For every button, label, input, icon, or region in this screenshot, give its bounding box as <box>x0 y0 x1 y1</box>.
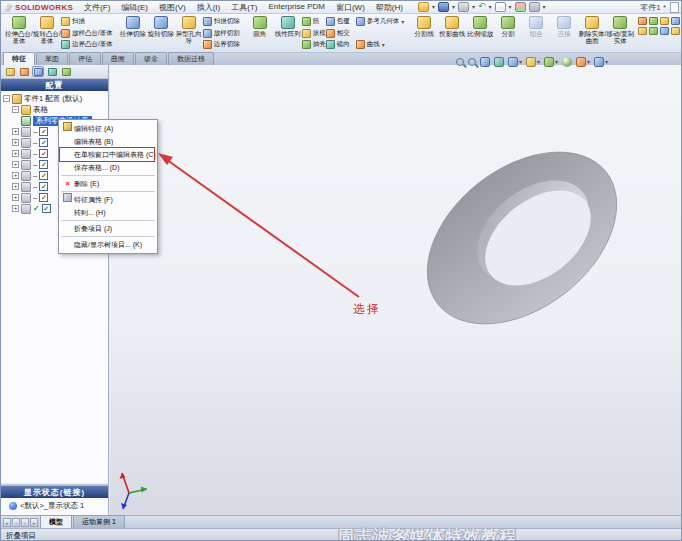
view-settings-icon[interactable] <box>594 57 604 67</box>
washer-model[interactable] <box>110 65 682 515</box>
view-previous-icon[interactable] <box>480 57 490 67</box>
scale-button[interactable]: 比例缩放 <box>466 15 494 51</box>
extruded-boss-button[interactable]: 拉伸凸台/基体 <box>5 15 33 51</box>
config-checkbox-icon[interactable]: ✓ <box>39 182 48 191</box>
curves-caret[interactable]: ▾ <box>382 40 385 50</box>
print-icon[interactable] <box>458 2 469 12</box>
mirror-button[interactable]: 镜向 <box>326 39 350 50</box>
tab-evaluate[interactable]: 评估 <box>69 52 101 65</box>
options-dropdown-caret[interactable]: ▾ <box>543 2 546 12</box>
draft-button[interactable]: 拔模 <box>302 28 326 39</box>
sustainability-icon[interactable] <box>671 27 680 35</box>
view-palette-icon[interactable] <box>671 17 680 25</box>
tab-sheet-metal[interactable]: 钣金 <box>135 52 167 65</box>
menu-insert[interactable]: 插入(I) <box>192 1 226 14</box>
file-explorer-icon[interactable] <box>660 17 669 25</box>
display-state-item[interactable]: <默认>_显示状态 1 <box>1 498 108 511</box>
tab-motion-study[interactable]: 运动算例 1 <box>73 515 125 528</box>
boundary-boss-button[interactable]: 边界凸台/基体 <box>61 39 113 50</box>
design-library-icon[interactable] <box>649 17 658 25</box>
hole-wizard-button[interactable]: 异型孔向导 <box>175 15 203 51</box>
split-line-button[interactable]: 分割线 <box>410 15 438 51</box>
display-style-caret[interactable]: ▾ <box>537 57 540 67</box>
pdm-vault-icon[interactable] <box>649 27 658 35</box>
swept-cut-button[interactable]: 扫描切除 <box>203 16 240 27</box>
hide-show-items-icon[interactable] <box>544 57 554 67</box>
open-icon[interactable] <box>418 2 429 12</box>
undo-dropdown-caret[interactable]: ▾ <box>489 2 492 12</box>
menu-item-edit-feature[interactable]: 编辑特征 (A) <box>59 122 157 135</box>
edit-appearance-icon[interactable] <box>562 57 572 67</box>
revolved-cut-button[interactable]: 旋转切除 <box>147 15 175 51</box>
tree-root-configurations[interactable]: − 零件1 配置 (默认) <box>3 93 108 104</box>
tab-surfaces[interactable]: 曲面 <box>102 52 134 65</box>
options-icon[interactable] <box>529 2 540 12</box>
tab-sketch[interactable]: 草图 <box>36 52 68 65</box>
lofted-boss-button[interactable]: 放样凸台/基体 <box>61 28 113 39</box>
config-checkbox-icon[interactable]: ✓ <box>39 138 48 147</box>
section-view-icon[interactable] <box>494 57 504 67</box>
menu-file[interactable]: 文件(F) <box>79 1 115 14</box>
menu-edit[interactable]: 编辑(E) <box>116 1 153 14</box>
display-manager-icon[interactable] <box>60 66 72 77</box>
save-icon[interactable] <box>438 2 449 12</box>
tab-model[interactable]: 模型 <box>40 515 72 528</box>
menu-item-feature-properties[interactable]: 特征属性 (F) <box>59 193 157 206</box>
save-dropdown-caret[interactable]: ▾ <box>452 2 455 12</box>
wrap-button[interactable]: 包覆 <box>326 16 350 27</box>
tab-scroll-first-icon[interactable]: « <box>3 518 11 527</box>
config-checkbox-icon[interactable]: ✓ <box>39 193 48 202</box>
rib-button[interactable]: 筋 <box>302 16 326 27</box>
collapse-icon[interactable]: − <box>12 106 19 113</box>
menu-window[interactable]: 窗口(W) <box>331 1 370 14</box>
view-settings-caret[interactable]: ▾ <box>605 57 608 67</box>
revolved-boss-button[interactable]: 旋转凸台/基体 <box>33 15 61 51</box>
apply-scene-caret[interactable]: ▾ <box>587 57 590 67</box>
tab-scroll-next-icon[interactable]: › <box>21 518 29 527</box>
tab-features[interactable]: 特征 <box>3 52 35 65</box>
extruded-cut-button[interactable]: 拉伸切除 <box>119 15 147 51</box>
intersect-button[interactable]: 相交 <box>326 28 350 39</box>
rebuild-icon[interactable] <box>515 2 526 12</box>
menu-item-go-to[interactable]: 转到... (H) <box>59 206 157 219</box>
swept-boss-button[interactable]: 扫描 <box>61 16 113 27</box>
menu-enterprise-pdm[interactable]: Enterprise PDM <box>263 1 329 14</box>
feature-manager-icon[interactable] <box>4 66 16 77</box>
collapse-icon[interactable]: − <box>3 95 10 102</box>
project-curve-button[interactable]: 投影曲线 <box>438 15 466 51</box>
custom-properties-icon[interactable] <box>638 27 647 35</box>
display-style-icon[interactable] <box>526 57 536 67</box>
tab-scroll-last-icon[interactable]: » <box>30 518 38 527</box>
graphics-viewport[interactable] <box>110 65 682 515</box>
config-checkbox-icon[interactable]: ✓ <box>39 127 48 136</box>
tree-tables-folder[interactable]: − 表格 <box>3 104 108 115</box>
undo-icon[interactable]: ↶ <box>478 2 486 12</box>
resources-icon[interactable] <box>638 17 647 25</box>
select-dropdown-caret[interactable]: ▾ <box>509 2 512 12</box>
tab-scroll-prev-icon[interactable]: ‹ <box>12 518 20 527</box>
tab-data-migration[interactable]: 数据迁移 <box>168 52 214 65</box>
menu-item-delete[interactable]: ×删除 (E) <box>59 177 157 190</box>
menu-tools[interactable]: 工具(T) <box>226 1 262 14</box>
lofted-cut-button[interactable]: 放样切割 <box>203 28 240 39</box>
config-checkbox-icon[interactable]: ✓ <box>42 204 51 213</box>
menu-view[interactable]: 视图(V) <box>154 1 191 14</box>
configuration-manager-icon[interactable] <box>32 66 44 77</box>
hide-show-items-caret[interactable]: ▾ <box>555 57 558 67</box>
new-document-icon[interactable] <box>670 2 679 13</box>
menu-item-hide-show-tree-items[interactable]: 隐藏/显示树项目... (K) <box>59 238 157 251</box>
zoom-to-fit-icon[interactable] <box>456 58 464 66</box>
reference-geometry-caret[interactable]: ▾ <box>401 17 404 27</box>
boundary-cut-button[interactable]: 边界切除 <box>203 39 240 50</box>
curves-button[interactable]: 曲线▾ <box>356 39 405 50</box>
move-copy-body-button[interactable]: 移动/复制实体 <box>606 15 634 51</box>
forum-icon[interactable] <box>660 27 669 35</box>
shell-button[interactable]: 抽壳 <box>302 39 326 50</box>
menu-help[interactable]: 帮助(H) <box>371 1 408 14</box>
view-orientation-caret[interactable]: ▾ <box>519 57 522 67</box>
config-checkbox-icon[interactable]: ✓ <box>39 149 48 158</box>
menu-item-collapse-items[interactable]: 折叠项目 (J) <box>59 222 157 235</box>
delete-body-button[interactable]: 删除实体/曲面 <box>578 15 606 51</box>
fillet-button[interactable]: 圆角 <box>246 15 274 51</box>
menu-item-save-table[interactable]: 保存表格... (D) <box>59 161 157 174</box>
